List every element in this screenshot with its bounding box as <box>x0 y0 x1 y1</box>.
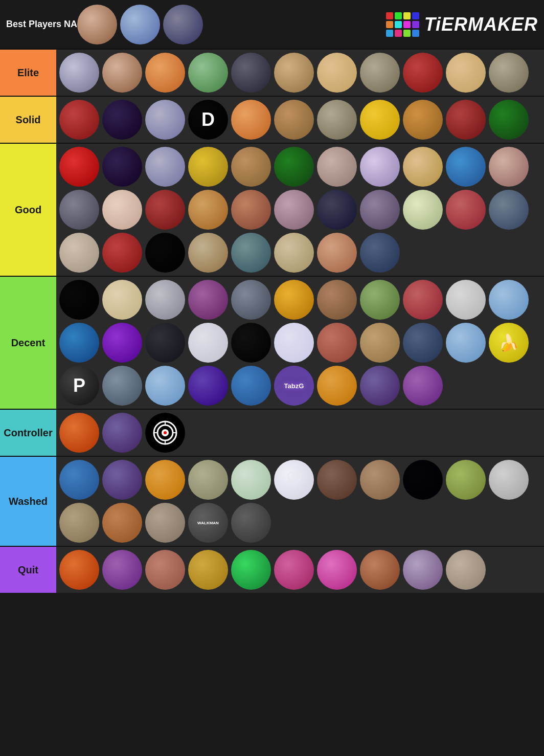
list-item <box>231 323 271 363</box>
page-title: Best Players NA <box>6 19 77 30</box>
list-item <box>145 190 185 230</box>
list-item <box>274 233 314 273</box>
list-item <box>274 550 314 590</box>
logo-cell-2 <box>395 12 402 19</box>
list-item <box>274 100 314 140</box>
list-item <box>59 413 99 453</box>
list-item <box>145 550 185 590</box>
list-item <box>188 233 228 273</box>
list-item <box>145 280 185 320</box>
list-item <box>188 460 228 500</box>
list-item <box>145 100 185 140</box>
list-item <box>274 147 314 187</box>
tier-washed-label: Washed <box>0 457 56 546</box>
list-item <box>317 147 357 187</box>
tabzg-avatar: TabzG <box>274 366 314 406</box>
list-item <box>317 53 357 93</box>
list-item <box>403 550 443 590</box>
list-item <box>145 233 185 273</box>
list-item <box>145 460 185 500</box>
list-item <box>188 366 228 406</box>
list-item <box>59 147 99 187</box>
tier-solid-content: D <box>56 97 544 143</box>
logo-cell-7 <box>403 21 411 28</box>
list-item: D <box>188 100 228 140</box>
logo-cell-5 <box>386 21 393 28</box>
tier-decent-content: 🍌 P TabzG <box>56 277 544 409</box>
list-item <box>188 147 228 187</box>
list-item <box>231 53 271 93</box>
list-item <box>231 366 271 406</box>
list-item <box>102 53 142 93</box>
list-item <box>403 323 443 363</box>
walkman-icon: WALKMAN <box>197 521 219 525</box>
list-item <box>102 147 142 187</box>
list-item <box>446 190 486 230</box>
tier-elite-label: Elite <box>0 50 56 96</box>
tier-quit-content <box>56 547 544 593</box>
list-item: 🍌 <box>489 323 529 363</box>
list-item <box>446 323 486 363</box>
list-item <box>231 280 271 320</box>
target-icon <box>152 420 178 446</box>
list-item <box>145 323 185 363</box>
list-item <box>446 460 486 500</box>
logo-cell-4 <box>412 12 419 19</box>
tier-controller: Controller <box>0 409 544 456</box>
list-item <box>403 280 443 320</box>
list-item <box>231 460 271 500</box>
list-item <box>231 233 271 273</box>
list-item <box>274 323 314 363</box>
list-item <box>489 280 529 320</box>
tier-quit-label: Quit <box>0 547 56 593</box>
list-item <box>360 233 400 273</box>
list-item <box>59 233 99 273</box>
heart-avatar: ♡ <box>274 460 314 500</box>
logo-cell-3 <box>403 12 411 19</box>
list-item <box>403 460 443 500</box>
list-item: WALKMAN <box>188 503 228 543</box>
list-item <box>360 53 400 93</box>
list-item <box>446 53 486 93</box>
list-item <box>231 100 271 140</box>
list-item <box>59 550 99 590</box>
list-item <box>403 190 443 230</box>
list-item <box>489 100 529 140</box>
list-item <box>317 366 357 406</box>
header: Best Players NA TiERMAKER <box>0 0 544 49</box>
list-item <box>59 190 99 230</box>
banana-icon: 🍌 <box>498 333 519 352</box>
list-item <box>317 100 357 140</box>
list-item <box>403 100 443 140</box>
tier-elite: Elite <box>0 49 544 96</box>
list-item <box>489 460 529 500</box>
list-item <box>59 503 99 543</box>
tiermaker-text: TiERMAKER <box>424 14 538 35</box>
list-item <box>360 100 400 140</box>
tier-good-content <box>56 144 544 276</box>
logo-cell-6 <box>395 21 402 28</box>
list-item <box>360 190 400 230</box>
logo-cell-1 <box>386 12 393 19</box>
list-item <box>489 53 529 93</box>
list-item <box>145 503 185 543</box>
header-avatar-2 <box>120 5 160 45</box>
tier-elite-content <box>56 50 544 96</box>
list-item <box>317 190 357 230</box>
list-item <box>360 550 400 590</box>
tiermaker-logo: TiERMAKER <box>386 12 538 37</box>
tier-controller-label: Controller <box>0 410 56 456</box>
tier-controller-content <box>56 410 544 456</box>
list-item <box>231 190 271 230</box>
list-item <box>102 280 142 320</box>
list-item: P <box>59 366 99 406</box>
tabzg-label: TabzG <box>274 366 314 406</box>
list-item <box>446 550 486 590</box>
list-item <box>317 233 357 273</box>
list-item <box>188 550 228 590</box>
header-avatar-3 <box>163 5 203 45</box>
heart-icon: ♡ <box>286 469 302 491</box>
tier-good: Good <box>0 143 544 276</box>
list-item <box>102 233 142 273</box>
list-item <box>59 280 99 320</box>
